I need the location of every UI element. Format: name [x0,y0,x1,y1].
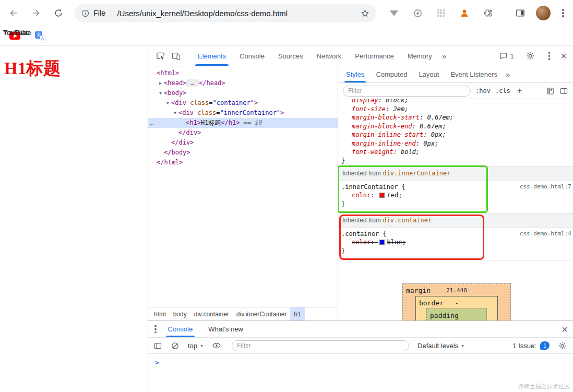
drawer-menu-icon[interactable] [152,323,159,336]
sidebar-tab-styles[interactable]: Styles [340,66,370,82]
devtools-menu-icon[interactable] [546,50,553,62]
console-eye-icon[interactable] [212,341,221,350]
sidebar-tab-computed[interactable]: Computed [370,66,413,82]
console-levels-dropdown[interactable]: Default levels ▼ [417,342,464,350]
url-text[interactable]: /Users/unix_kernel/Desktop/demo/css-demo… [117,9,360,18]
box-model-border[interactable]: border - padding - [415,296,498,320]
console-clear-icon[interactable] [171,341,180,350]
computed-sidebar-toggle-icon[interactable] [559,87,568,96]
console-context-dropdown[interactable]: top ▼ [188,342,204,350]
back-button[interactable] [5,4,22,22]
css-declaration[interactable]: font-weight: bold; [341,148,573,157]
node-more-icon[interactable]: … [150,118,154,128]
breadcrumb-item-h1[interactable]: h1 [290,307,304,320]
info-icon[interactable] [81,9,90,18]
extension-person-icon[interactable] [459,7,470,19]
sidebar-tab-layout[interactable]: Layout [413,66,445,82]
devtools-tab-console[interactable]: Console [233,46,271,66]
class-toggle-button[interactable]: .cls [495,87,510,94]
tree-node[interactable]: ▼<div class="container"> [148,98,338,108]
tree-node[interactable]: </div> [148,138,338,148]
box-model-margin[interactable]: margin 21.440 border - padding - [402,283,511,320]
css-declaration[interactable]: color: blue; [341,238,573,247]
css-declaration[interactable]: color: red; [341,191,573,200]
tree-node[interactable]: …<h1>H1标题</h1> == $0 [148,118,338,128]
tree-node[interactable]: ▼<body> [148,88,338,98]
browser-menu-icon[interactable] [560,7,566,19]
color-swatch[interactable] [379,193,385,198]
extensions-puzzle-icon[interactable] [482,7,494,19]
sidebar-tab-event-listeners[interactable]: Event Listeners [445,66,503,82]
syntax-token: … [186,79,199,87]
styles-filter-input[interactable] [343,86,471,97]
expand-arrow-icon[interactable]: ▼ [157,88,164,98]
profile-avatar[interactable] [536,6,551,20]
forward-button[interactable] [27,4,45,22]
rendering-options-icon[interactable] [546,87,555,96]
console-prompt[interactable]: > [148,354,573,366]
syntax-token: = [216,109,220,116]
tree-node[interactable]: </body> [148,148,338,158]
stylesheet-link[interactable]: css-demo.html:7 [520,183,571,192]
css-selector[interactable]: .innerContainer [341,183,398,191]
breadcrumb-item-html[interactable]: html [150,307,170,320]
drawer-tab-whats-new[interactable]: What's new [202,321,249,337]
devtools-tab-elements[interactable]: Elements [191,46,233,66]
extension-circle-icon[interactable] [412,7,423,19]
issues-counter[interactable]: 1 Issue: 1 [512,341,550,350]
devtools-close-icon[interactable]: × [560,51,567,61]
inherited-node-link[interactable]: div.innerContainer [383,170,450,177]
inspect-icon[interactable] [152,48,168,64]
reload-button[interactable] [50,4,67,22]
expand-arrow-icon[interactable]: ▶ [157,78,164,88]
css-selector[interactable]: .container [341,230,379,237]
margin-top-value[interactable]: 21.440 [403,287,510,295]
css-declaration[interactable]: margin-inline-start: 0px; [341,130,573,139]
breadcrumb-item-div-innerContainer[interactable]: div.innerContainer [233,307,291,320]
expand-arrow-icon[interactable]: ▼ [172,108,178,118]
padding-top-value[interactable]: - [427,312,486,320]
css-declaration[interactable]: font-size: 2em; [341,105,573,114]
breadcrumb-item-div-container[interactable]: div.container [190,307,233,320]
bookmark-star-icon[interactable] [360,8,370,18]
css-declaration[interactable]: margin-inline-end: 0px; [341,139,573,148]
tree-node[interactable]: <html> [148,68,338,78]
devtools-issues-button[interactable]: 1 [499,52,514,60]
css-declaration[interactable]: margin-block-end: 0.67em; [341,122,573,131]
breadcrumb-item-body[interactable]: body [170,307,190,320]
extension-grid-icon[interactable] [435,7,447,19]
drawer-tab-console[interactable]: Console [162,321,199,337]
console-settings-icon[interactable] [558,341,567,350]
console-filter-input[interactable] [232,340,409,351]
bookmark-translate[interactable]: Translate [35,31,45,41]
extension-triangle-icon[interactable] [388,7,400,19]
stylesheet-link[interactable]: css-demo.html:4 [520,230,571,239]
more-tabs-icon[interactable]: » [439,52,449,61]
tree-node[interactable]: </html> [148,158,338,168]
issue-badge[interactable]: 1 [540,341,550,350]
border-top-value[interactable]: - [416,299,497,308]
drawer-close-icon[interactable]: × [562,324,568,335]
css-declaration[interactable]: display: block; [341,99,573,105]
css-declaration[interactable]: margin-block-start: 0.67em; [341,113,573,122]
devtools-tab-sources[interactable]: Sources [271,46,310,66]
side-panel-icon[interactable] [515,7,526,19]
expand-arrow-icon[interactable]: ▼ [164,98,171,108]
tree-node[interactable]: </div> [148,128,338,138]
devtools-settings-icon[interactable] [522,48,538,64]
pseudo-state-button[interactable]: :hov [475,87,491,94]
address-bar[interactable]: File /Users/unix_kernel/Desktop/demo/css… [75,4,376,22]
tree-node[interactable]: ▼<div class="innerContainer"> [148,108,338,118]
tree-node[interactable]: ▶<head> … </head> [148,78,338,88]
new-style-rule-button[interactable]: + [517,86,522,96]
devtools-tab-memory[interactable]: Memory [401,46,439,66]
console-sidebar-icon[interactable] [153,341,162,350]
more-tabs-icon[interactable]: » [503,70,512,79]
device-toolbar-icon[interactable] [168,48,184,64]
inherited-node-link[interactable]: div.container [383,217,432,224]
devtools-tab-network[interactable]: Network [310,46,349,66]
box-model-padding[interactable]: padding - [426,308,487,320]
color-swatch[interactable] [379,240,385,245]
devtools-tab-performance[interactable]: Performance [348,46,400,66]
css-property-name: margin-block-start [352,114,420,121]
